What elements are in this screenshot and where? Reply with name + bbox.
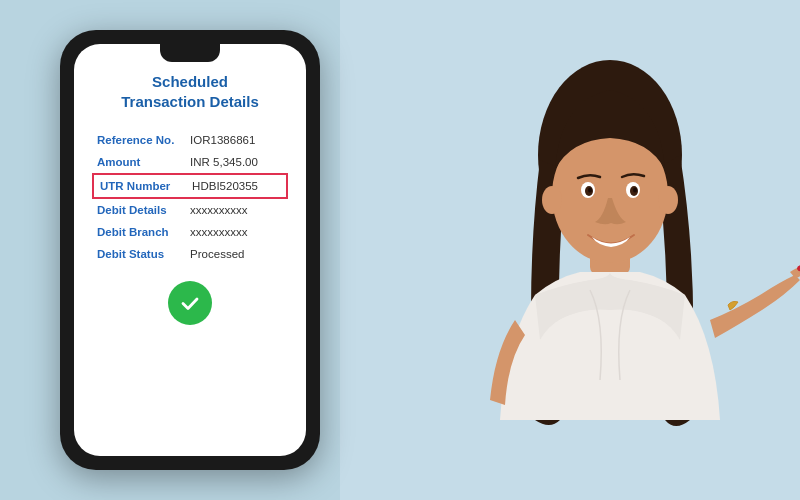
row-value: xxxxxxxxxx [186,198,287,221]
phone-wrapper: Scheduled Transaction Details Reference … [60,30,320,470]
row-label: Debit Details [93,198,186,221]
row-value: xxxxxxxxxx [186,221,287,243]
svg-point-9 [633,188,637,193]
row-label: UTR Number [93,174,186,198]
table-row: Debit Branchxxxxxxxxxx [93,221,287,243]
transaction-table: Reference No.IOR1386861AmountINR 5,345.0… [92,129,288,265]
svg-point-10 [542,186,562,214]
row-value: INR 5,345.00 [186,151,287,174]
phone-device: Scheduled Transaction Details Reference … [60,30,320,470]
row-label: Reference No. [93,129,186,151]
row-value: HDBI520355 [186,174,287,198]
row-value: IOR1386861 [186,129,287,151]
checkmark-icon [178,291,202,315]
svg-rect-0 [340,0,800,500]
person-area [340,0,800,500]
row-value: Processed [186,243,287,265]
table-row: Reference No.IOR1386861 [93,129,287,151]
table-row: AmountINR 5,345.00 [93,151,287,174]
svg-point-11 [658,186,678,214]
phone-screen: Scheduled Transaction Details Reference … [74,44,306,456]
screen-title: Scheduled Transaction Details [121,72,259,111]
table-row: UTR NumberHDBI520355 [93,174,287,198]
scene: Scheduled Transaction Details Reference … [0,0,800,500]
table-row: Debit StatusProcessed [93,243,287,265]
row-label: Debit Branch [93,221,186,243]
row-label: Debit Status [93,243,186,265]
row-label: Amount [93,151,186,174]
person-illustration [340,0,800,500]
check-circle [168,281,212,325]
table-row: Debit Detailsxxxxxxxxxx [93,198,287,221]
phone-notch [160,44,220,62]
svg-point-8 [588,188,592,193]
